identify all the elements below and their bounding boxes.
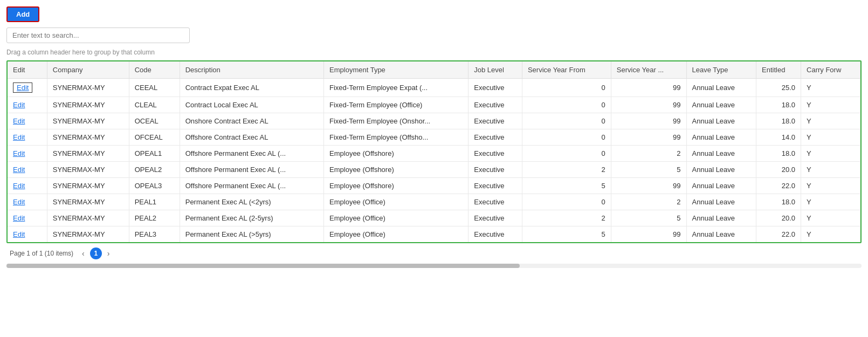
leave-type-cell: Annual Leave [686,129,756,146]
code-cell: OFCEAL [129,129,180,146]
description-cell: Permanent Exec AL (<2yrs) [180,194,323,210]
service-year-from-cell: 0 [522,194,611,210]
company-cell: SYNERMAX-MY [47,129,129,146]
edit-cell: Edit [8,210,47,226]
service-year-to-cell: 5 [611,162,686,178]
employment-type-cell: Employee (Office) [324,226,469,243]
leave-type-cell: Annual Leave [686,226,756,243]
group-hint: Drag a column header here to group by th… [6,49,862,56]
prev-page-button[interactable]: ‹ [80,248,87,259]
leave-type-cell: Annual Leave [686,162,756,178]
service-year-from-cell: 0 [522,79,611,97]
edit-cell: Edit [8,113,47,129]
col-header-service-year-to[interactable]: Service Year ... [611,61,686,79]
edit-cell: Edit [8,194,47,210]
code-cell: OPEAL1 [129,146,180,162]
carry-forw-cell: Y [801,146,860,162]
code-cell: PEAL2 [129,210,180,226]
employment-type-cell: Employee (Office) [324,210,469,226]
horizontal-scrollbar[interactable] [6,264,862,268]
edit-link[interactable]: Edit [13,101,25,109]
service-year-from-cell: 2 [522,210,611,226]
col-header-job-level[interactable]: Job Level [469,61,522,79]
leave-type-cell: Annual Leave [686,97,756,113]
leave-type-cell: Annual Leave [686,194,756,210]
carry-forw-cell: Y [801,79,860,97]
company-cell: SYNERMAX-MY [47,178,129,194]
col-header-edit[interactable]: Edit [8,61,47,79]
edit-link[interactable]: Edit [13,166,25,174]
table-row: EditSYNERMAX-MYCEEALContract Expat Exec … [8,79,860,97]
edit-cell: Edit [8,129,47,146]
edit-link[interactable]: Edit [13,149,25,157]
service-year-to-cell: 99 [611,97,686,113]
add-button[interactable]: Add [6,6,39,22]
service-year-from-cell: 0 [522,146,611,162]
carry-forw-cell: Y [801,178,860,194]
service-year-from-cell: 5 [522,178,611,194]
job-level-cell: Executive [469,79,522,97]
edit-link[interactable]: Edit [13,230,25,238]
table-row: EditSYNERMAX-MYOCEALOnshore Contract Exe… [8,113,860,129]
search-input[interactable] [6,27,190,43]
service-year-to-cell: 99 [611,129,686,146]
job-level-cell: Executive [469,97,522,113]
company-cell: SYNERMAX-MY [47,194,129,210]
scrollbar-thumb [6,264,520,268]
company-cell: SYNERMAX-MY [47,146,129,162]
col-header-carry-forw[interactable]: Carry Forw [801,61,860,79]
service-year-to-cell: 5 [611,210,686,226]
entitled-cell: 22.0 [756,178,801,194]
job-level-cell: Executive [469,194,522,210]
description-cell: Offshore Contract Exec AL [180,129,323,146]
col-header-description[interactable]: Description [180,61,323,79]
description-cell: Permanent Exec AL (2-5yrs) [180,210,323,226]
carry-forw-cell: Y [801,194,860,210]
edit-cell: Edit [8,226,47,243]
table-row: EditSYNERMAX-MYOPEAL3Offshore Permanent … [8,178,860,194]
entitled-cell: 18.0 [756,113,801,129]
col-header-leave-type[interactable]: Leave Type [686,61,756,79]
edit-link[interactable]: Edit [13,133,25,141]
service-year-from-cell: 2 [522,162,611,178]
service-year-to-cell: 99 [611,79,686,97]
job-level-cell: Executive [469,162,522,178]
code-cell: CEEAL [129,79,180,97]
col-header-company[interactable]: Company [47,61,129,79]
data-table: Edit Company Code Description Employment… [6,60,862,243]
edit-link[interactable]: Edit [13,182,25,190]
table-row: EditSYNERMAX-MYOFCEALOffshore Contract E… [8,129,860,146]
edit-link[interactable]: Edit [13,198,25,206]
next-page-button[interactable]: › [105,248,112,259]
employment-type-cell: Employee (Offshore) [324,162,469,178]
entitled-cell: 18.0 [756,194,801,210]
description-cell: Offshore Permanent Exec AL (... [180,178,323,194]
job-level-cell: Executive [469,226,522,243]
edit-cell: Edit [8,146,47,162]
service-year-from-cell: 0 [522,129,611,146]
edit-link[interactable]: Edit [13,117,25,125]
service-year-to-cell: 99 [611,113,686,129]
col-header-entitled[interactable]: Entitled [756,61,801,79]
service-year-from-cell: 5 [522,226,611,243]
carry-forw-cell: Y [801,129,860,146]
edit-cell: Edit [8,178,47,194]
employment-type-cell: Employee (Offshore) [324,178,469,194]
service-year-from-cell: 0 [522,97,611,113]
leave-type-cell: Annual Leave [686,113,756,129]
leave-type-cell: Annual Leave [686,79,756,97]
col-header-employment-type[interactable]: Employment Type [324,61,469,79]
service-year-to-cell: 99 [611,178,686,194]
description-cell: Offshore Permanent Exec AL (... [180,146,323,162]
col-header-service-year-from[interactable]: Service Year From [522,61,611,79]
company-cell: SYNERMAX-MY [47,210,129,226]
job-level-cell: Executive [469,146,522,162]
edit-cell: Edit [8,79,47,97]
employment-type-cell: Fixed-Term Employee (Office) [324,97,469,113]
edit-link[interactable]: Edit [13,214,25,222]
table-row: EditSYNERMAX-MYOPEAL1Offshore Permanent … [8,146,860,162]
col-header-code[interactable]: Code [129,61,180,79]
table-row: EditSYNERMAX-MYOPEAL2Offshore Permanent … [8,162,860,178]
description-cell: Contract Expat Exec AL [180,79,323,97]
edit-link[interactable]: Edit [13,82,32,93]
